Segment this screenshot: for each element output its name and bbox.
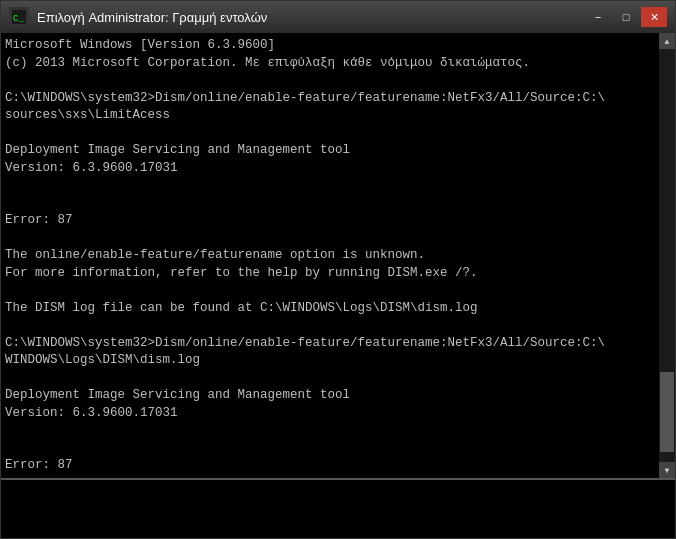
scroll-thumb[interactable]	[660, 372, 674, 452]
window-controls: − □ ✕	[585, 7, 667, 27]
scrollbar[interactable]: ▲ ▼	[659, 33, 675, 478]
maximize-button[interactable]: □	[613, 7, 639, 27]
console-output: Microsoft Windows [Version 6.3.9600] (c)…	[5, 37, 655, 478]
svg-text:C_: C_	[13, 14, 24, 24]
scroll-up-arrow[interactable]: ▲	[659, 33, 675, 49]
minimize-button[interactable]: −	[585, 7, 611, 27]
scroll-down-arrow[interactable]: ▼	[659, 462, 675, 478]
bottom-bar	[1, 478, 675, 538]
window-title: Επιλογή Administrator: Γραμμή εντολών	[37, 10, 267, 25]
close-button[interactable]: ✕	[641, 7, 667, 27]
scroll-track[interactable]	[659, 49, 675, 462]
cmd-window: C_ Επιλογή Administrator: Γραμμή εντολών…	[0, 0, 676, 539]
title-bar-left: C_ Επιλογή Administrator: Γραμμή εντολών	[9, 7, 267, 27]
console-content[interactable]: Microsoft Windows [Version 6.3.9600] (c)…	[1, 33, 659, 478]
cmd-icon: C_	[9, 7, 29, 27]
title-bar: C_ Επιλογή Administrator: Γραμμή εντολών…	[1, 1, 675, 33]
console-area: Microsoft Windows [Version 6.3.9600] (c)…	[1, 33, 675, 478]
